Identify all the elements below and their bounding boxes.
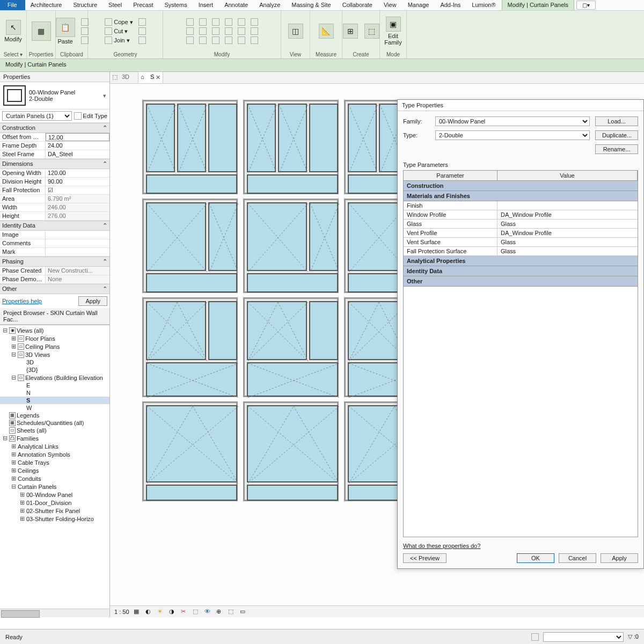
modify-icon[interactable] — [223, 36, 234, 45]
modify-icon[interactable] — [236, 18, 247, 26]
modify-icon[interactable] — [210, 27, 221, 35]
curtain-panel[interactable] — [243, 297, 339, 397]
modify-icon[interactable] — [197, 27, 208, 35]
sun-icon[interactable]: ☀ — [157, 608, 165, 616]
property-group-header[interactable]: Dimensions⌃ — [0, 159, 109, 169]
tree-item[interactable]: {3D} — [0, 366, 109, 374]
measure-icon[interactable]: 📐 — [317, 23, 336, 40]
property-row[interactable]: Offset from Ce...12.00 — [0, 133, 109, 142]
property-row[interactable]: Division Height90.00 — [0, 178, 109, 186]
property-row[interactable]: Opening Width120.00 — [0, 169, 109, 178]
detail-icon[interactable]: ▦ — [134, 608, 141, 616]
tree-item[interactable]: ⊟◉Views (all) — [0, 326, 109, 334]
modify-icon[interactable] — [185, 27, 195, 35]
ribbon-tab[interactable]: Systems — [159, 0, 193, 10]
tree-item[interactable]: ⊞Annotation Symbols — [0, 450, 109, 458]
tree-item[interactable]: ⊞▭Floor Plans — [0, 334, 109, 342]
modify-icon[interactable] — [185, 36, 195, 45]
create-icon[interactable]: ⊞ — [341, 23, 360, 40]
property-row[interactable]: Frame Depth24.00 — [0, 142, 109, 150]
property-group-header[interactable]: Other⌃ — [0, 284, 109, 294]
property-row[interactable]: Phase CreatedNew Constructi... — [0, 267, 109, 275]
tree-item[interactable]: N — [0, 389, 109, 397]
param-row[interactable]: Vent SurfaceGlass — [404, 238, 638, 247]
tree-item[interactable]: ⊞Conduits — [0, 474, 109, 482]
param-category[interactable]: Other — [404, 276, 638, 287]
modify-icon[interactable] — [185, 18, 195, 26]
tree-item[interactable]: ⊞00-Window Panel — [0, 491, 109, 499]
param-row[interactable]: Window ProfileDA_Window Profile — [404, 210, 638, 219]
ribbon-tab[interactable]: Precast — [128, 0, 159, 10]
modify-tool[interactable]: ↖Modify — [2, 19, 24, 43]
visual-icon[interactable]: ◐ — [145, 608, 153, 616]
property-row[interactable]: Area6.790 m² — [0, 195, 109, 203]
ribbon-tab[interactable]: Analyze — [254, 0, 286, 10]
tree-item[interactable]: W — [0, 404, 109, 412]
ribbon-tab[interactable]: Annotate — [219, 0, 254, 10]
ok-button[interactable]: OK — [517, 553, 554, 563]
file-tab[interactable]: File — [0, 0, 25, 10]
modify-icon[interactable] — [236, 27, 247, 35]
tree-item[interactable]: ▦Schedules/Quantities (all) — [0, 419, 109, 427]
curtain-panel[interactable] — [243, 401, 339, 501]
view-control-bar[interactable]: 1 : 50 ▦ ◐ ☀ ◑ ✂ ⬚ 👁 ⊕ ⬚ ▭ — [110, 605, 644, 617]
tree-item[interactable]: ⊞03-Shutter Folding-Horizo — [0, 515, 109, 523]
join-button[interactable]: Join ▾ — [103, 36, 134, 45]
view-tab[interactable]: ⬚3D — [110, 72, 138, 83]
param-category[interactable]: Analytical Properties — [404, 256, 638, 266]
status-icon[interactable] — [531, 633, 539, 641]
ribbon-tab[interactable]: Structure — [68, 0, 103, 10]
ribbon-tab[interactable]: Collaborate — [337, 0, 378, 10]
property-group-header[interactable]: Construction⌃ — [0, 123, 109, 133]
apply-button[interactable]: Apply — [78, 296, 107, 306]
type-select[interactable]: 2-Double — [435, 130, 590, 140]
filter-count[interactable]: ▽ :0 — [628, 633, 639, 640]
tree-item[interactable]: ⊞Cable Trays — [0, 458, 109, 466]
ribbon-tab[interactable]: Lumion® — [466, 0, 501, 10]
cut-geom-button[interactable]: Cut ▾ — [103, 27, 134, 35]
crop-icon[interactable]: ✂ — [181, 608, 188, 616]
tree-item[interactable]: ⊞Analytical Links — [0, 442, 109, 450]
tree-item[interactable]: ⊞01-Door_Division — [0, 499, 109, 507]
modify-icon[interactable] — [236, 36, 247, 45]
property-row[interactable]: Width246.00 — [0, 203, 109, 212]
modify-icon[interactable] — [210, 36, 221, 45]
modify-icon[interactable] — [197, 18, 208, 26]
curtain-panel[interactable] — [142, 401, 238, 501]
apply-button[interactable]: Apply — [601, 553, 638, 563]
properties-help-link[interactable]: Properties help — [2, 298, 42, 304]
modify-icon[interactable] — [223, 18, 234, 26]
modify-icon[interactable] — [249, 18, 260, 26]
paste-button[interactable]: 📋Paste — [54, 17, 77, 46]
tree-item[interactable]: ⊞Ceilings — [0, 466, 109, 474]
misc-icon[interactable]: ▭ — [240, 608, 247, 616]
modify-icon[interactable] — [249, 36, 260, 45]
preview-button[interactable]: << Preview — [403, 553, 447, 563]
curtain-panel[interactable] — [243, 199, 339, 293]
properties-help-link[interactable]: What do these properties do? — [403, 543, 638, 549]
property-row[interactable]: Image — [0, 231, 109, 239]
create-icon2[interactable]: ⬚ — [362, 23, 382, 40]
crop2-icon[interactable]: ⬚ — [193, 608, 200, 616]
tree-item[interactable]: ▦Legends — [0, 412, 109, 419]
param-row[interactable]: GlassGlass — [404, 219, 638, 229]
cancel-button[interactable]: Cancel — [559, 553, 596, 563]
geom-icon[interactable] — [138, 27, 146, 35]
close-icon[interactable]: ✕ — [156, 74, 160, 81]
type-params-table[interactable]: ParameterValue ConstructionMaterials and… — [403, 170, 638, 537]
ribbon-extra[interactable]: ▢▾ — [576, 1, 596, 10]
modify-icon[interactable] — [249, 27, 260, 35]
tree-item[interactable]: ⊟凸Families — [0, 434, 109, 442]
param-row[interactable]: Vent ProfileDA_Window Profile — [404, 229, 638, 238]
param-row[interactable]: Finish — [404, 201, 638, 210]
tree-item[interactable]: ⊟Curtain Panels — [0, 482, 109, 491]
property-row[interactable]: Phase Demolis...None — [0, 275, 109, 284]
properties-button[interactable]: ▦ — [30, 20, 53, 42]
duplicate-button[interactable]: Duplicate... — [595, 130, 638, 140]
param-row[interactable]: Fall Protection SurfaceGlass — [404, 247, 638, 256]
property-group-header[interactable]: Identity Data⌃ — [0, 221, 109, 231]
ribbon-tab[interactable]: Modify | Curtain Panels — [502, 0, 575, 10]
tree-item[interactable]: 3D — [0, 358, 109, 366]
property-row[interactable]: Fall Protection☑ — [0, 186, 109, 195]
reveal-icon[interactable]: ⊕ — [216, 608, 224, 616]
